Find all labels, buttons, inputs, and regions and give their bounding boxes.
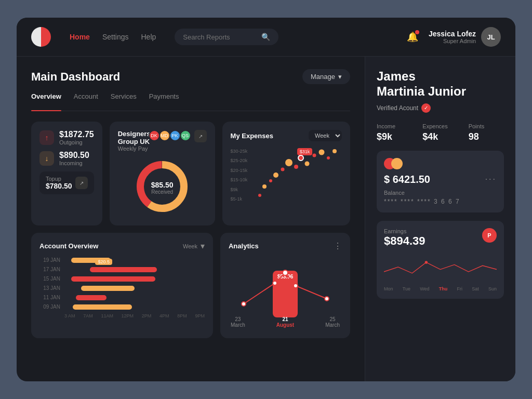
- incoming-label: Incoming: [59, 160, 89, 166]
- topup-value: $780.50: [46, 182, 72, 190]
- tab-account[interactable]: Account: [74, 92, 98, 104]
- gantt-bar-container: [64, 258, 205, 263]
- card-amount-row: $ 6421.50 ···: [384, 174, 497, 185]
- nav-help[interactable]: Help: [141, 33, 156, 41]
- gantt-bar: [76, 295, 107, 300]
- gantt-row: 19 JAN: [39, 257, 205, 263]
- week-select[interactable]: Week: [309, 130, 342, 141]
- gantt-row: 13 JAN: [39, 285, 205, 291]
- profile-name: James Martinia Junior: [377, 69, 504, 99]
- gantt-label: 17 JAN: [39, 267, 60, 272]
- incoming-stat: ↓ $890.50 Incoming: [39, 151, 94, 166]
- svg-point-8: [425, 261, 428, 263]
- account-overview-card: Account Overview Week ▾ 19 JAN: [31, 233, 213, 338]
- topup-row: Topup $780.50 ↗: [39, 171, 94, 194]
- ao-header: Account Overview Week ▾: [39, 241, 205, 251]
- group-subtitle: Weekly Pay: [118, 145, 151, 152]
- date-label-25: 25 March: [325, 316, 340, 328]
- svg-point-3: [242, 302, 246, 306]
- arrow-down-icon: ↓: [39, 151, 54, 166]
- manage-label: Manage: [311, 73, 335, 81]
- stat-card: ↑ $1872.75 Outgoing ↓ $890.50 Incoming: [31, 122, 102, 225]
- avatar-pk: PK: [169, 130, 181, 141]
- verified-check-icon: ✓: [421, 103, 431, 113]
- gantt-bar-container: [64, 286, 205, 291]
- user-info: Jessica Lofez Super Admin JL: [429, 27, 501, 47]
- left-panel: Main Dashboard Manage ▾ Overview Account…: [17, 57, 365, 381]
- donut-header: Designers Group UK Weekly Pay DK MD PK Q…: [118, 130, 207, 152]
- tab-overview[interactable]: Overview: [31, 92, 61, 104]
- card-menu-icon[interactable]: ···: [485, 175, 497, 184]
- manage-button[interactable]: Manage ▾: [302, 69, 350, 84]
- gantt-bar-container: [64, 276, 205, 282]
- avatar-qs: QS: [180, 130, 191, 141]
- main-nav: Home Settings Help: [70, 33, 156, 41]
- gantt-tooltip: $20.5: [95, 259, 112, 265]
- points-label: Points: [469, 123, 504, 129]
- donut-sub-label: Received: [151, 189, 174, 195]
- external-link-icon[interactable]: ↗: [75, 177, 88, 189]
- gantt-bar: [71, 276, 155, 282]
- notification-bell[interactable]: 🔔: [407, 31, 418, 43]
- search-input[interactable]: [183, 33, 257, 41]
- gantt-bar: [90, 267, 157, 272]
- avatar-initials: JL: [487, 33, 495, 41]
- outgoing-label: Outgoing: [59, 139, 94, 145]
- nav-settings[interactable]: Settings: [102, 33, 129, 41]
- gantt-label: 15 JAN: [39, 276, 60, 282]
- nav-home[interactable]: Home: [70, 33, 90, 41]
- group-link-icon[interactable]: ↗: [194, 130, 207, 142]
- outgoing-stat: ↑ $1872.75 Outgoing: [39, 130, 94, 145]
- logo: [31, 27, 51, 47]
- gantt-chart: 19 JAN 17 JAN $20.5: [39, 257, 205, 310]
- svg-point-4: [273, 281, 277, 285]
- logo-right: [41, 27, 51, 47]
- expenses-chart: $30-25k $25-20k $20-15k $15-10k $9k $5-1…: [231, 147, 342, 204]
- gantt-row: 11 JAN: [39, 295, 205, 300]
- ao-chevron-icon[interactable]: ▾: [201, 241, 205, 251]
- expenses-title: My Expenses: [231, 132, 273, 140]
- date-label-21: 21 August: [276, 316, 294, 328]
- gantt-label: 19 JAN: [39, 257, 60, 263]
- dashboard-header: Main Dashboard Manage ▾: [31, 69, 350, 84]
- gantt-bar-container: [64, 295, 205, 300]
- user-role: Super Admin: [429, 38, 476, 44]
- search-icon: 🔍: [261, 33, 270, 41]
- right-panel: James Martinia Junior Verified Acount ✓ …: [365, 57, 515, 381]
- gantt-row: 15 JAN: [39, 276, 205, 282]
- verified-label: Verified Acount: [377, 104, 418, 112]
- search-bar[interactable]: 🔍: [175, 29, 278, 45]
- logo-left: [31, 27, 41, 47]
- app-container: Home Settings Help 🔍 🔔 Jessica Lofez Sup…: [17, 18, 515, 381]
- ao-controls: Week ▾: [183, 241, 205, 251]
- analytics-title: Analytics: [229, 242, 259, 250]
- analytics-card: Analytics ⋮ $53.96: [220, 233, 350, 338]
- incoming-value: $890.50: [59, 151, 89, 160]
- highlight-label: $31k: [297, 148, 313, 155]
- expenses-card: My Expenses Week $30-25k $25-20k $20-15k…: [222, 122, 350, 225]
- tab-payments[interactable]: Payments: [149, 92, 179, 104]
- gantt-bar-container: $20.5: [64, 267, 205, 272]
- verified-badge: Verified Acount ✓: [377, 103, 504, 113]
- earnings-sparkline: [384, 254, 497, 280]
- card-info: $ 6421.50 ··· Balance **** **** **** 3 6…: [377, 151, 504, 212]
- card-number: **** **** **** 3 6 6 7: [384, 198, 497, 205]
- sparkline-days: Mon Tue Wed Thu Fri Sat Sun: [384, 286, 497, 291]
- date-label-23: 23 March: [231, 316, 245, 328]
- header: Home Settings Help 🔍 🔔 Jessica Lofez Sup…: [17, 18, 515, 57]
- notification-badge: [415, 30, 419, 34]
- tab-services[interactable]: Services: [111, 92, 137, 104]
- donut-chart: $85.50 Received: [118, 158, 207, 217]
- day-tue: Tue: [403, 286, 410, 291]
- income-value: $9k: [377, 131, 412, 142]
- points-value: 98: [469, 131, 504, 142]
- analytics-header: Analytics ⋮: [229, 241, 342, 251]
- earnings-value: $894.39: [384, 234, 425, 248]
- day-thu: Thu: [439, 286, 448, 291]
- svg-point-5: [283, 270, 288, 275]
- gantt-label: 11 JAN: [39, 295, 60, 300]
- day-fri: Fri: [457, 286, 462, 291]
- gantt-row: 17 JAN $20.5: [39, 267, 205, 272]
- more-options-icon[interactable]: ⋮: [334, 241, 342, 251]
- income-stat-box: Income $9k: [377, 123, 412, 142]
